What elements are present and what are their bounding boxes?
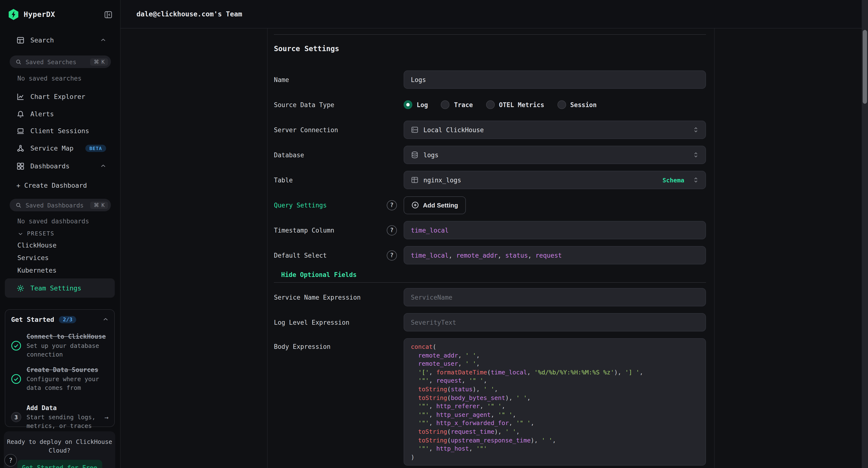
source-data-type-options: Log Trace OTEL Metrics Session bbox=[404, 100, 706, 109]
plus-circle-icon bbox=[411, 201, 419, 209]
scrollbar-track[interactable] bbox=[862, 0, 868, 468]
table-select[interactable]: nginx_logs Schema bbox=[404, 171, 706, 189]
cmd-icon: ⌘ bbox=[94, 202, 99, 208]
sidebar-item-label: Dashboards bbox=[30, 162, 70, 170]
timestamp-column-value: time_local bbox=[411, 227, 449, 234]
saved-searches-input[interactable]: Saved Searches ⌘ K bbox=[10, 56, 111, 68]
sidebar-item-team-settings[interactable]: Team Settings bbox=[5, 279, 115, 298]
code-line: remote_user, ' ', bbox=[411, 359, 699, 368]
preset-services[interactable]: Services bbox=[18, 254, 49, 262]
page-header: dale@clickhouse.com's Team bbox=[121, 0, 862, 28]
section-title: Source Settings bbox=[274, 45, 706, 53]
radio-otel-metrics[interactable]: OTEL Metrics bbox=[486, 100, 544, 109]
get-started-step-sources[interactable]: Create Data Sources Configure where your… bbox=[11, 366, 108, 392]
schema-link[interactable]: Schema bbox=[662, 176, 684, 183]
radio-log[interactable]: Log bbox=[404, 100, 428, 109]
sidebar-item-client-sessions[interactable]: Client Sessions bbox=[17, 126, 106, 135]
source-settings-panel: Source Settings Name Logs Source Data Ty… bbox=[267, 28, 715, 468]
chart-explorer-icon bbox=[17, 92, 25, 100]
step-title: Connect to ClickHouse bbox=[27, 333, 108, 340]
presets-toggle[interactable]: PRESETS bbox=[18, 230, 55, 237]
divider bbox=[274, 282, 706, 283]
get-started-free-button[interactable]: Get Started for Free bbox=[17, 460, 102, 468]
scrollbar-thumb[interactable] bbox=[863, 30, 867, 104]
timestamp-column-label: Timestamp Column bbox=[274, 227, 334, 234]
body-expression-editor[interactable]: concat( remote_addr, ' ', remote_user, '… bbox=[404, 338, 706, 466]
form-row-source-data-type: Source Data Type Log Trace OTEL Metri bbox=[274, 95, 706, 114]
radio-trace[interactable]: Trace bbox=[441, 100, 473, 109]
sidebar-item-chart-explorer[interactable]: Chart Explorer bbox=[17, 92, 106, 101]
code-line: remote_addr, ' ', bbox=[411, 351, 699, 359]
default-select-input[interactable]: time_local, remote_addr, status, request bbox=[404, 246, 706, 264]
sidebar: HyperDX Search Saved Searches bbox=[0, 0, 121, 468]
code-line: '"', http_host, '"' bbox=[411, 444, 699, 453]
help-icon[interactable]: ? bbox=[387, 200, 397, 210]
table-value: nginx_logs bbox=[424, 176, 461, 183]
timestamp-column-input[interactable]: time_local bbox=[404, 221, 706, 239]
sidebar-item-dashboards[interactable]: Dashboards bbox=[17, 162, 106, 170]
code-line: '[', formatDateTime(time_local, '%d/%b/%… bbox=[411, 368, 699, 377]
team-name-title: dale@clickhouse.com's Team bbox=[136, 10, 242, 18]
collapse-sidebar-icon[interactable] bbox=[104, 10, 112, 19]
server-icon bbox=[411, 126, 418, 134]
sidebar-item-search[interactable]: Search bbox=[17, 36, 106, 45]
chevron-up-icon bbox=[100, 163, 106, 169]
beta-badge: BETA bbox=[86, 145, 106, 152]
get-started-step-add-data[interactable]: 3 Add Data Start sending logs, metrics, … bbox=[11, 404, 108, 430]
cloud-card-line2: Cloud? bbox=[4, 446, 115, 455]
help-icon[interactable]: ? bbox=[387, 225, 397, 235]
help-button[interactable]: ? bbox=[4, 454, 17, 467]
preset-kubernetes[interactable]: Kubernetes bbox=[18, 266, 57, 274]
source-data-type-label: Source Data Type bbox=[274, 101, 334, 108]
help-icon[interactable]: ? bbox=[387, 250, 397, 260]
check-circle-icon bbox=[11, 341, 21, 351]
source-settings-form: Name Logs Source Data Type Log bbox=[274, 70, 706, 466]
radio-icon bbox=[441, 100, 450, 109]
step-number-badge: 3 bbox=[11, 412, 21, 422]
form-row-server-connection: Server Connection Local ClickHouse bbox=[274, 121, 706, 139]
sidebar-item-service-map[interactable]: Service Map BETA bbox=[17, 144, 106, 152]
cloud-card-line1: Ready to deploy on ClickHouse bbox=[4, 438, 115, 446]
code-line: toString(request_time), ' ', bbox=[411, 428, 699, 436]
log-level-input[interactable]: SeverityText bbox=[404, 313, 706, 331]
arrow-right-icon: → bbox=[104, 413, 108, 421]
database-icon bbox=[411, 151, 418, 159]
form-row-database: Database logs bbox=[274, 146, 706, 164]
service-map-icon bbox=[17, 144, 25, 152]
code-line: '"', http_referer, '" ', bbox=[411, 402, 699, 410]
server-connection-select[interactable]: Local ClickHouse bbox=[404, 121, 706, 139]
sidebar-item-label: Chart Explorer bbox=[30, 93, 85, 100]
gear-icon bbox=[17, 284, 25, 292]
log-level-placeholder: SeverityText bbox=[411, 319, 456, 326]
search-icon bbox=[16, 202, 22, 208]
create-dashboard-button[interactable]: + Create Dashboard bbox=[17, 181, 106, 189]
chevron-up-icon bbox=[100, 37, 106, 43]
laptop-icon bbox=[17, 127, 25, 135]
server-connection-label: Server Connection bbox=[274, 126, 338, 134]
radio-session[interactable]: Session bbox=[557, 100, 597, 109]
check-circle-icon bbox=[11, 374, 21, 384]
database-label: Database bbox=[274, 151, 304, 158]
code-line: '"', request, '" ', bbox=[411, 377, 699, 385]
get-started-step-connect[interactable]: Connect to ClickHouse Set up your databa… bbox=[11, 333, 108, 358]
form-row-name: Name Logs bbox=[274, 70, 706, 89]
form-row-body-expression: Body Expression concat( remote_addr, ' '… bbox=[274, 338, 706, 466]
step-title: Create Data Sources bbox=[27, 366, 108, 374]
sidebar-item-label: Search bbox=[30, 36, 54, 44]
step-desc: Configure where your data comes from bbox=[27, 375, 108, 392]
hide-optional-fields-link[interactable]: Hide Optional Fields bbox=[281, 271, 356, 279]
sidebar-item-alerts[interactable]: Alerts bbox=[17, 110, 106, 118]
radio-icon bbox=[486, 100, 495, 109]
service-name-input[interactable]: ServiceName bbox=[404, 288, 706, 306]
name-input[interactable]: Logs bbox=[404, 70, 706, 89]
radio-icon bbox=[404, 100, 412, 109]
query-settings-label: Query Settings bbox=[274, 201, 327, 209]
database-select[interactable]: logs bbox=[404, 146, 706, 164]
add-setting-button[interactable]: Add Setting bbox=[404, 196, 466, 214]
default-select-label: Default Select bbox=[274, 252, 327, 259]
saved-dashboards-input[interactable]: Saved Dashboards ⌘ K bbox=[10, 199, 111, 211]
preset-clickhouse[interactable]: ClickHouse bbox=[18, 241, 57, 249]
chevron-up-icon bbox=[103, 317, 108, 322]
server-connection-value: Local ClickHouse bbox=[424, 126, 484, 134]
get-started-header[interactable]: Get Started 2/3 bbox=[11, 316, 108, 323]
